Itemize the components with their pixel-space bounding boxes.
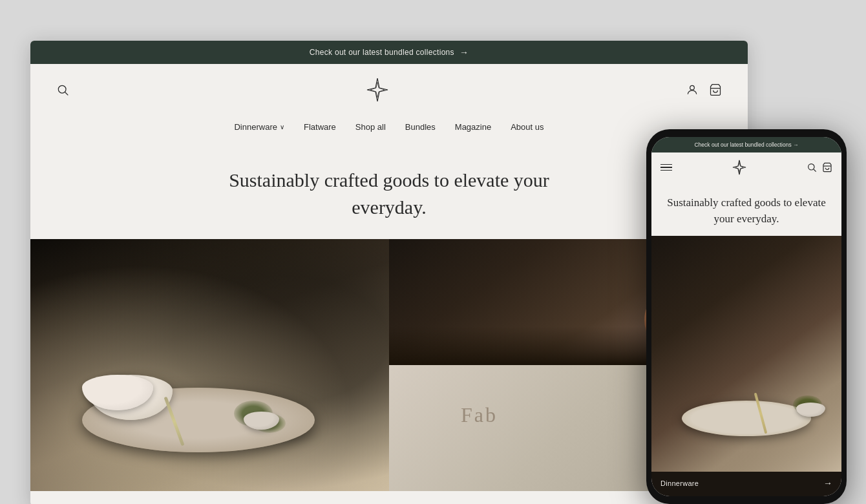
svg-point-0 [58,85,66,93]
chevron-down-icon: ∨ [280,123,284,131]
phone-screen: Check out our latest bundled collections… [651,137,841,496]
nav-item-magazine[interactable]: Magazine [455,122,491,132]
announcement-bar[interactable]: Check out our latest bundled collections… [30,41,748,64]
hero-section: Sustainably crafted goods to elevate you… [30,143,748,239]
phone-hero-headline: Sustainably crafted goods to elevate you… [662,195,831,227]
search-icon[interactable] [56,83,69,96]
svg-point-4 [808,164,814,170]
svg-line-1 [65,92,69,96]
phone-announcement-bar: Check out our latest bundled collections… [651,137,841,152]
svg-point-2 [690,85,695,90]
hero-headline: Sustainably crafted goods to elevate you… [221,167,557,221]
phone-search-icon[interactable] [807,162,817,173]
phone-bottom-bar[interactable]: Dinnerware → [651,472,841,496]
phone-header-icons [807,162,832,173]
main-nav: Dinnerware ∨ Flatware Shop all Bundles M… [30,116,748,143]
nav-item-shop-all[interactable]: Shop all [355,122,386,132]
cart-icon[interactable] [709,83,722,96]
user-icon[interactable] [686,83,699,96]
phone-cart-icon[interactable] [822,162,832,173]
phone-mockup: Check out our latest bundled collections… [646,129,847,504]
announcement-text: Check out our latest bundled collections [310,48,454,57]
nav-item-flatware[interactable]: Flatware [304,122,336,132]
phone-logo-icon[interactable] [731,159,748,176]
announcement-arrow: → [459,47,469,58]
header-right [686,83,722,96]
nav-item-dinnerware[interactable]: Dinnerware ∨ [234,122,284,132]
phone-header [651,152,841,182]
desktop-mockup: Check out our latest bundled collections… [30,41,748,504]
nav-item-about[interactable]: About us [511,122,544,132]
logo[interactable] [363,76,392,104]
hamburger-menu-icon[interactable] [660,164,672,171]
phone-hero-section: Sustainably crafted goods to elevate you… [651,182,841,236]
phone-bottom-arrow-icon: → [823,478,832,488]
hero-image-left [30,239,389,491]
nav-item-bundles[interactable]: Bundles [405,122,436,132]
phone-announcement-text: Check out our latest bundled collections… [694,142,798,148]
hero-images: Fab [30,239,748,491]
logo-star-icon [363,76,392,104]
phone-bottom-label: Dinnerware [660,479,699,487]
phone-hero-image [651,236,841,472]
svg-line-5 [814,169,816,172]
header-left [56,83,69,96]
site-header [30,64,748,116]
